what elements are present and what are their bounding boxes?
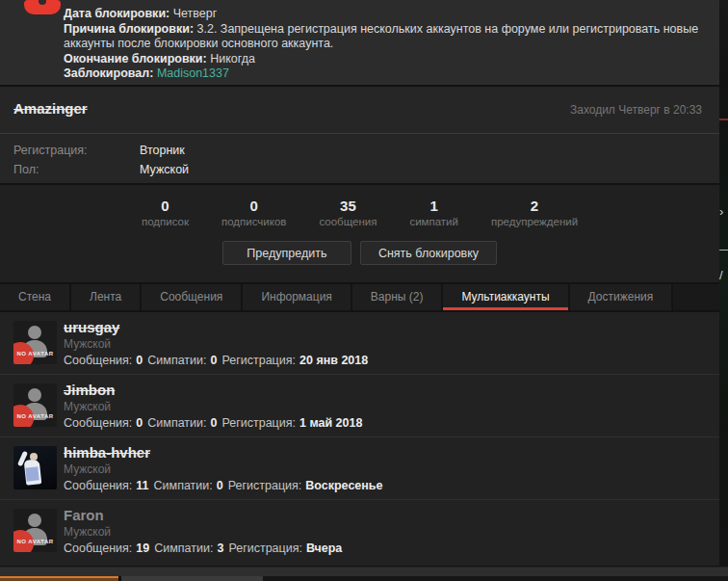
ban-end-value: Никогда: [210, 52, 255, 66]
banned-by-link[interactable]: Madison1337: [157, 66, 229, 80]
last-seen-text: Заходил Четверг в 20:33: [570, 103, 702, 117]
stat-warnings-value: 2: [491, 198, 578, 214]
multiaccount-row: NO AVATAR Faron Мужской Сообщения:19Симп…: [0, 500, 719, 563]
ban-icon: [24, 0, 61, 14]
registration-label: Регистрация:: [13, 144, 88, 157]
stat-warnings-label: предупреждений: [491, 216, 578, 227]
ban-icon-notch: [39, 0, 46, 5]
registration-label: Регистрация:: [228, 479, 302, 492]
profile-username: Amazinger: [13, 100, 88, 117]
profile-tabs: Стена Лента Сообщения Информация Варны (…: [0, 284, 719, 310]
stat-following[interactable]: 0 подписок: [142, 198, 189, 227]
gender-label: Пол:: [13, 163, 39, 176]
multiaccount-stats-line: Сообщения:19Симпатии:3Регистрация:Вчера: [64, 541, 347, 555]
stat-followers[interactable]: 0 подписчиков: [221, 198, 286, 227]
stat-likes-value: 1: [409, 198, 458, 214]
multiaccount-stats-line: Сообщения:11Симпатии:0Регистрация:Воскре…: [64, 479, 387, 492]
multiaccount-username[interactable]: Jimbon: [64, 382, 367, 398]
likes-value: 0: [211, 416, 218, 430]
registration-label: Регистрация:: [228, 541, 302, 555]
likes-label: Симпатии:: [147, 354, 206, 367]
ban-notice-panel: Дата блокировки: Четверг Причина блокиро…: [0, 0, 719, 85]
background-window-edge: › — /: [719, 0, 728, 567]
multiaccount-gender: Мужской: [64, 400, 367, 413]
registration-value: Воскресенье: [305, 479, 382, 492]
tab-wall[interactable]: Стена: [0, 284, 71, 310]
likes-value: 0: [211, 354, 218, 367]
profile-stats-section: 0 подписок 0 подписчиков 35 сообщения 1 …: [0, 185, 719, 282]
action-buttons-row: Предупредить Снять блокировку: [0, 241, 719, 265]
avatar-photo-figure: [25, 466, 39, 481]
background-slash-glyph: /: [719, 268, 723, 282]
multiaccount-stats-line: Сообщения:0Симпатии:0Регистрация:20 янв …: [64, 354, 373, 367]
registration-value: 20 янв 2018: [299, 354, 368, 367]
stat-messages[interactable]: 35 сообщения: [319, 198, 377, 227]
multiaccount-info: Jimbon Мужской Сообщения:0Симпатии:0Реги…: [64, 382, 367, 430]
tab-warns[interactable]: Варны (2): [352, 284, 444, 310]
multiaccount-row: NO AVATAR urusgay Мужской Сообщения:0Сим…: [0, 312, 719, 375]
stat-likes-label: симпатий: [409, 216, 458, 227]
registration-value: 1 май 2018: [299, 416, 362, 430]
multiaccount-username[interactable]: himba-hvher: [64, 444, 387, 461]
ban-end-label: Окончание блокировки:: [64, 52, 207, 66]
registration-label: Регистрация:: [221, 354, 296, 367]
tab-messages[interactable]: Сообщения: [142, 284, 243, 310]
registration-value: Вчера: [306, 541, 342, 555]
multiaccount-stats-line: Сообщения:0Симпатии:0Регистрация:1 май 2…: [64, 416, 367, 430]
messages-label: Сообщения:: [64, 479, 132, 492]
profile-details: Регистрация: Вторник Пол: Мужской: [0, 133, 719, 183]
gender-row: Пол: Мужской: [0, 163, 719, 182]
stat-messages-value: 35: [319, 198, 377, 214]
messages-value: 19: [136, 541, 149, 555]
messages-value: 0: [136, 354, 143, 367]
progress-segment-dark: [263, 576, 728, 581]
tab-achievements[interactable]: Достижения: [570, 284, 674, 310]
no-avatar-placeholder[interactable]: NO AVATAR: [13, 321, 57, 364]
multiaccount-username[interactable]: urusgay: [64, 319, 373, 335]
gender-value: Мужской: [140, 163, 189, 176]
background-chevron-glyph: ›: [719, 204, 723, 219]
multiaccount-gender: Мужской: [64, 525, 347, 539]
ban-end-row: Окончание блокировки: Никогда: [64, 52, 711, 67]
banned-by-row: Заблокировал: Madison1337: [64, 66, 711, 82]
no-avatar-placeholder[interactable]: NO AVATAR: [13, 383, 57, 427]
ban-date-value: Четверг: [173, 7, 218, 20]
likes-value: 3: [217, 541, 223, 555]
tab-information[interactable]: Информация: [243, 284, 351, 310]
no-avatar-placeholder[interactable]: NO AVATAR: [13, 509, 57, 552]
messages-value: 11: [136, 479, 148, 492]
multiaccount-gender: Мужской: [64, 462, 387, 476]
multiaccount-row: himba-hvher Мужской Сообщения:11Симпатии…: [0, 437, 719, 500]
registration-value: Вторник: [140, 144, 185, 157]
forum-profile-page: Дата блокировки: Четверг Причина блокиро…: [0, 0, 728, 581]
avatar-silhouette-head: [28, 514, 41, 527]
background-red-dash: [719, 119, 728, 120]
multiaccount-row: NO AVATAR Jimbon Мужской Сообщения:0Симп…: [0, 375, 719, 437]
no-avatar-text: NO AVATAR: [13, 539, 57, 544]
tab-multiaccounts[interactable]: Мультиаккаунты: [443, 284, 569, 310]
registration-row: Регистрация: Вторник: [0, 144, 719, 163]
bottom-separator-bar: [0, 567, 728, 576]
tab-feed[interactable]: Лента: [71, 284, 142, 310]
bottom-progress-strip: [0, 576, 728, 581]
stat-likes[interactable]: 1 симпатий: [409, 198, 458, 227]
stat-warnings[interactable]: 2 предупреждений: [491, 198, 578, 227]
multiaccounts-list: NO AVATAR urusgay Мужской Сообщения:0Сим…: [0, 312, 719, 566]
background-dash-glyph: —: [719, 243, 728, 254]
stat-followers-value: 0: [221, 198, 286, 214]
progress-segment-orange: [0, 576, 118, 581]
unban-button[interactable]: Снять блокировку: [360, 241, 497, 265]
tabs-filler: [673, 284, 719, 310]
messages-label: Сообщения:: [64, 541, 132, 555]
likes-label: Симпатии:: [154, 541, 213, 555]
stats-row: 0 подписок 0 подписчиков 35 сообщения 1 …: [0, 185, 719, 227]
ban-reason-label: Причина блокировки:: [64, 22, 194, 36]
banned-by-label: Заблокировал:: [64, 66, 153, 80]
warn-button[interactable]: Предупредить: [222, 241, 351, 265]
user-photo-avatar[interactable]: [13, 446, 57, 489]
no-avatar-text: NO AVATAR: [13, 351, 57, 357]
messages-label: Сообщения:: [64, 354, 132, 367]
ban-reason-row: Причина блокировки: 3.2. Запрещена регис…: [64, 22, 711, 52]
multiaccount-info: urusgay Мужской Сообщения:0Симпатии:0Рег…: [64, 319, 373, 367]
multiaccount-username[interactable]: Faron: [64, 507, 347, 523]
